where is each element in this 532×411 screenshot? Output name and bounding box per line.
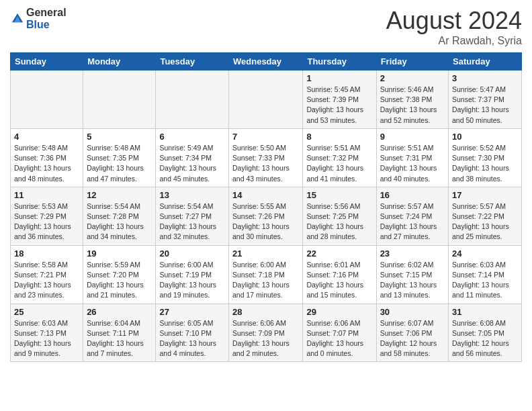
day-info: Sunrise: 5:59 AMSunset: 7:20 PMDaylight:… <box>87 260 152 301</box>
calendar-cell: 16Sunrise: 5:57 AMSunset: 7:24 PMDayligh… <box>376 187 448 245</box>
calendar-week-row: 11Sunrise: 5:53 AMSunset: 7:29 PMDayligh… <box>11 187 522 245</box>
day-number: 25 <box>14 307 79 317</box>
day-info: Sunrise: 5:51 AMSunset: 7:31 PMDaylight:… <box>380 143 445 184</box>
calendar-cell: 25Sunrise: 6:03 AMSunset: 7:13 PMDayligh… <box>11 304 83 362</box>
column-header-saturday: Saturday <box>449 53 522 71</box>
day-number: 17 <box>452 190 518 200</box>
calendar-week-row: 25Sunrise: 6:03 AMSunset: 7:13 PMDayligh… <box>11 304 522 362</box>
calendar-cell: 20Sunrise: 6:00 AMSunset: 7:19 PMDayligh… <box>156 245 229 304</box>
calendar-cell: 6Sunrise: 5:49 AMSunset: 7:34 PMDaylight… <box>156 128 229 187</box>
calendar-week-row: 4Sunrise: 5:48 AMSunset: 7:36 PMDaylight… <box>11 128 522 187</box>
day-info: Sunrise: 5:47 AMSunset: 7:37 PMDaylight:… <box>452 85 518 126</box>
calendar-cell: 26Sunrise: 6:04 AMSunset: 7:11 PMDayligh… <box>83 304 156 362</box>
day-number: 2 <box>380 73 445 83</box>
day-number: 4 <box>14 132 79 142</box>
day-number: 31 <box>452 307 518 317</box>
day-number: 7 <box>232 132 299 142</box>
title-block: August 2024 Ar Rawdah, Syria <box>386 7 522 47</box>
calendar-cell: 30Sunrise: 6:07 AMSunset: 7:06 PMDayligh… <box>376 304 448 362</box>
day-info: Sunrise: 5:58 AMSunset: 7:21 PMDaylight:… <box>14 260 79 301</box>
day-info: Sunrise: 5:55 AMSunset: 7:26 PMDaylight:… <box>232 201 299 242</box>
day-number: 30 <box>380 307 445 317</box>
calendar-cell: 1Sunrise: 5:45 AMSunset: 7:39 PMDaylight… <box>303 71 376 129</box>
day-number: 29 <box>306 307 372 317</box>
day-number: 3 <box>452 73 518 83</box>
day-number: 13 <box>159 190 225 200</box>
calendar-cell: 5Sunrise: 5:48 AMSunset: 7:35 PMDaylight… <box>83 128 156 187</box>
day-info: Sunrise: 5:54 AMSunset: 7:27 PMDaylight:… <box>159 201 225 242</box>
column-header-wednesday: Wednesday <box>229 53 303 71</box>
calendar-cell: 29Sunrise: 6:06 AMSunset: 7:07 PMDayligh… <box>303 304 376 362</box>
day-info: Sunrise: 5:51 AMSunset: 7:32 PMDaylight:… <box>306 143 372 184</box>
column-header-monday: Monday <box>83 53 156 71</box>
day-info: Sunrise: 5:48 AMSunset: 7:36 PMDaylight:… <box>14 143 79 184</box>
day-info: Sunrise: 5:53 AMSunset: 7:29 PMDaylight:… <box>14 201 79 242</box>
day-info: Sunrise: 6:03 AMSunset: 7:14 PMDaylight:… <box>452 260 518 301</box>
day-number: 22 <box>306 248 372 259</box>
calendar-cell: 23Sunrise: 6:02 AMSunset: 7:15 PMDayligh… <box>376 245 448 304</box>
calendar-cell: 17Sunrise: 5:57 AMSunset: 7:22 PMDayligh… <box>449 187 522 245</box>
calendar-cell: 9Sunrise: 5:51 AMSunset: 7:31 PMDaylight… <box>376 128 448 187</box>
day-info: Sunrise: 6:04 AMSunset: 7:11 PMDaylight:… <box>87 318 152 359</box>
day-info: Sunrise: 5:45 AMSunset: 7:39 PMDaylight:… <box>306 85 372 126</box>
day-info: Sunrise: 5:49 AMSunset: 7:34 PMDaylight:… <box>159 143 225 184</box>
day-info: Sunrise: 6:02 AMSunset: 7:15 PMDaylight:… <box>380 260 445 301</box>
day-info: Sunrise: 5:57 AMSunset: 7:22 PMDaylight:… <box>452 201 518 242</box>
day-info: Sunrise: 6:03 AMSunset: 7:13 PMDaylight:… <box>14 318 79 359</box>
day-number: 5 <box>87 132 152 142</box>
column-header-sunday: Sunday <box>11 53 83 71</box>
calendar-cell: 28Sunrise: 6:06 AMSunset: 7:09 PMDayligh… <box>229 304 303 362</box>
calendar-cell: 3Sunrise: 5:47 AMSunset: 7:37 PMDaylight… <box>449 71 522 129</box>
calendar-cell: 21Sunrise: 6:00 AMSunset: 7:18 PMDayligh… <box>229 245 303 304</box>
day-number: 9 <box>380 132 445 142</box>
day-info: Sunrise: 6:00 AMSunset: 7:19 PMDaylight:… <box>159 260 225 301</box>
day-number: 20 <box>159 248 225 259</box>
calendar-cell: 8Sunrise: 5:51 AMSunset: 7:32 PMDaylight… <box>303 128 376 187</box>
calendar-cell: 15Sunrise: 5:56 AMSunset: 7:25 PMDayligh… <box>303 187 376 245</box>
calendar-cell: 10Sunrise: 5:52 AMSunset: 7:30 PMDayligh… <box>449 128 522 187</box>
day-info: Sunrise: 6:07 AMSunset: 7:06 PMDaylight:… <box>380 318 445 359</box>
calendar-header-row: SundayMondayTuesdayWednesdayThursdayFrid… <box>11 53 522 71</box>
day-number: 27 <box>159 307 225 317</box>
column-header-thursday: Thursday <box>303 53 376 71</box>
day-info: Sunrise: 5:52 AMSunset: 7:30 PMDaylight:… <box>452 143 518 184</box>
calendar-cell: 13Sunrise: 5:54 AMSunset: 7:27 PMDayligh… <box>156 187 229 245</box>
calendar-cell: 4Sunrise: 5:48 AMSunset: 7:36 PMDaylight… <box>11 128 83 187</box>
day-info: Sunrise: 5:50 AMSunset: 7:33 PMDaylight:… <box>232 143 299 184</box>
day-info: Sunrise: 5:56 AMSunset: 7:25 PMDaylight:… <box>306 201 372 242</box>
logo-text-line1: General <box>26 7 66 19</box>
calendar-cell: 12Sunrise: 5:54 AMSunset: 7:28 PMDayligh… <box>83 187 156 245</box>
day-info: Sunrise: 6:06 AMSunset: 7:09 PMDaylight:… <box>232 318 299 359</box>
day-number: 23 <box>380 248 445 259</box>
day-number: 16 <box>380 190 445 200</box>
calendar-cell <box>11 71 83 129</box>
calendar-body: 1Sunrise: 5:45 AMSunset: 7:39 PMDaylight… <box>11 71 522 362</box>
column-header-tuesday: Tuesday <box>156 53 229 71</box>
logo: General Blue <box>10 7 66 31</box>
day-number: 8 <box>306 132 372 142</box>
day-info: Sunrise: 6:01 AMSunset: 7:16 PMDaylight:… <box>306 260 372 301</box>
day-number: 12 <box>87 190 152 200</box>
day-number: 15 <box>306 190 372 200</box>
calendar-cell: 19Sunrise: 5:59 AMSunset: 7:20 PMDayligh… <box>83 245 156 304</box>
day-number: 10 <box>452 132 518 142</box>
calendar-week-row: 18Sunrise: 5:58 AMSunset: 7:21 PMDayligh… <box>11 245 522 304</box>
calendar-cell <box>229 71 303 129</box>
day-number: 19 <box>87 248 152 259</box>
day-number: 28 <box>232 307 299 317</box>
calendar-cell: 11Sunrise: 5:53 AMSunset: 7:29 PMDayligh… <box>11 187 83 245</box>
month-title: August 2024 <box>386 7 522 35</box>
day-number: 18 <box>14 248 79 259</box>
calendar-cell <box>156 71 229 129</box>
calendar-cell: 7Sunrise: 5:50 AMSunset: 7:33 PMDaylight… <box>229 128 303 187</box>
logo-text-line2: Blue <box>26 19 66 31</box>
day-info: Sunrise: 5:57 AMSunset: 7:24 PMDaylight:… <box>380 201 445 242</box>
day-info: Sunrise: 6:05 AMSunset: 7:10 PMDaylight:… <box>159 318 225 359</box>
calendar-cell: 22Sunrise: 6:01 AMSunset: 7:16 PMDayligh… <box>303 245 376 304</box>
day-info: Sunrise: 5:46 AMSunset: 7:38 PMDaylight:… <box>380 85 445 126</box>
calendar-cell: 27Sunrise: 6:05 AMSunset: 7:10 PMDayligh… <box>156 304 229 362</box>
day-number: 26 <box>87 307 152 317</box>
day-number: 14 <box>232 190 299 200</box>
page-header: General Blue August 2024 Ar Rawdah, Syri… <box>10 7 522 47</box>
calendar-cell: 31Sunrise: 6:08 AMSunset: 7:05 PMDayligh… <box>449 304 522 362</box>
